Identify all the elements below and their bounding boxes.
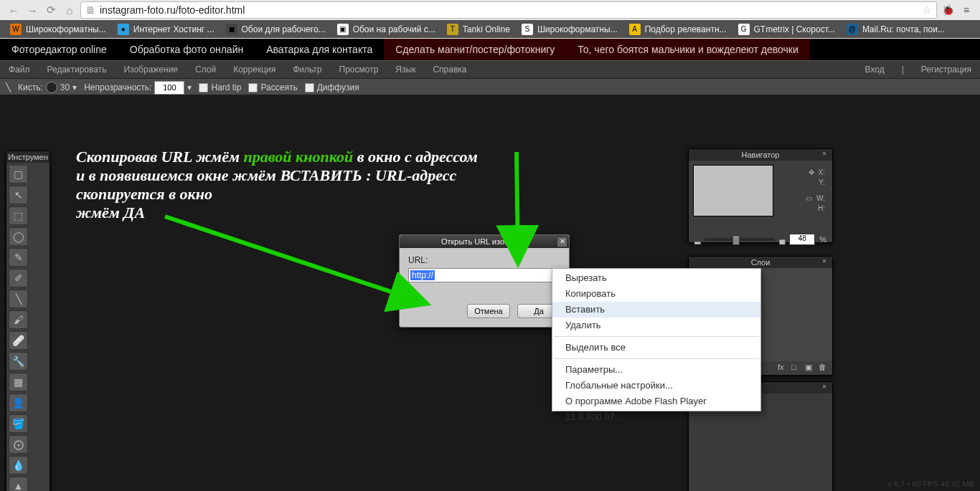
bookmark-star-icon[interactable]: ☆	[923, 4, 932, 16]
tool-button[interactable]: 🩹	[9, 331, 28, 350]
close-icon[interactable]: ×	[822, 257, 831, 266]
url-value: http://	[410, 270, 435, 280]
site-tab[interactable]: Фоторедактор online	[0, 39, 118, 60]
page-icon: 🗎	[85, 4, 95, 16]
panel-title: Навигатор	[742, 151, 780, 159]
context-menu-item[interactable]: Вставить	[552, 302, 760, 318]
menu-image[interactable]: Изображение	[115, 65, 187, 75]
tool-button[interactable]: ✐	[9, 269, 28, 287]
reload-button[interactable]: ⟳	[43, 2, 59, 18]
trash-icon[interactable]: 🗑	[819, 363, 828, 372]
panel-title: Инструмен	[8, 153, 48, 161]
context-menu: ВырезатьКопироватьВставитьУдалитьВыделит…	[552, 268, 761, 411]
tools-panel: Инструмен ▢↖⬚◯✎✐╲🖌🩹🔧▦👤🪣⨀💧▲◐✴🔍✋👁🔄⇔⬓🖉A	[6, 151, 50, 491]
home-button[interactable]: ⌂	[62, 2, 77, 18]
app-menu: Файл Редактировать Изображение Слой Корр…	[0, 60, 980, 79]
brush-preview-icon[interactable]	[46, 82, 57, 93]
zoom-pct: %	[819, 235, 826, 244]
tool-button[interactable]: ⬚	[9, 206, 28, 225]
url-text: instagram-foto.ru/foto-editor.html	[100, 4, 245, 16]
tool-button[interactable]: ▦	[9, 373, 28, 391]
context-menu-item[interactable]: Удалить	[552, 318, 760, 333]
bookmark-item[interactable]: ◼Обои для рабочего...	[220, 24, 331, 35]
tool-button[interactable]: ▢	[9, 165, 28, 183]
navigator-panel: Навигатор× ✥X: Y: ▭W: H: ▂ ▄ 48 %	[688, 148, 833, 243]
brush-tool-icon: ╲	[6, 82, 11, 92]
cancel-button[interactable]: Отмена	[467, 304, 510, 318]
close-icon[interactable]: ×	[822, 150, 831, 158]
bookmark-item[interactable]: @Mail.Ru: почта, пои...	[841, 24, 951, 35]
address-bar[interactable]: 🗎 instagram-foto.ru/foto-editor.html ☆	[80, 1, 937, 19]
forward-button[interactable]: →	[24, 2, 40, 18]
hardtip-check[interactable]: Hard tip	[199, 82, 241, 92]
url-label: URL:	[408, 255, 560, 265]
scatter-check[interactable]: Рассеять	[248, 82, 297, 92]
menu-filter[interactable]: Фильтр	[284, 65, 330, 75]
opacity-label: Непрозрачность:	[84, 82, 151, 92]
bookmark-item[interactable]: WШирокоформатны...	[4, 24, 112, 35]
bookmark-item[interactable]: GGTmetrix | Скорост...	[732, 24, 841, 35]
menu-edit[interactable]: Редактировать	[39, 65, 116, 75]
site-tab[interactable]: Сделать магнит/постер/фотокнигу	[384, 39, 566, 60]
menu-file[interactable]: Файл	[0, 65, 39, 75]
site-tab[interactable]: Обработка фото онлайн	[118, 39, 255, 60]
tool-button[interactable]: ⨀	[9, 435, 28, 454]
menu-view[interactable]: Просмотр	[331, 65, 387, 75]
diffuse-check[interactable]: Диффузия	[305, 82, 359, 92]
menu-layer[interactable]: Слой	[187, 65, 225, 75]
open-url-dialog: Открыть URL изображе✕ URL: http:// Отмен…	[399, 234, 570, 328]
brush-label: Кисть:	[18, 82, 43, 92]
tool-button[interactable]: ╲	[9, 290, 28, 308]
bookmark-item[interactable]: ●Интернет Хостинг ...	[112, 24, 220, 35]
tool-button[interactable]: ▲	[9, 477, 28, 491]
mask-icon[interactable]: □	[791, 363, 801, 372]
zoom-value[interactable]: 48	[789, 234, 815, 245]
zoom-in-icon[interactable]: ▄	[779, 235, 785, 244]
tool-button[interactable]: 👤	[9, 394, 28, 412]
tool-button[interactable]: 🖌	[9, 310, 28, 329]
caret-down-icon[interactable]: ▾	[72, 82, 77, 92]
new-layer-icon[interactable]: ▣	[805, 363, 814, 372]
fx-icon[interactable]: fx	[778, 363, 787, 372]
tool-button[interactable]: 🪣	[9, 414, 28, 433]
tool-button[interactable]: 🔧	[9, 352, 28, 371]
back-button[interactable]: ←	[6, 2, 22, 18]
brush-size[interactable]: 30	[60, 82, 70, 92]
menu-help[interactable]: Справка	[424, 65, 475, 75]
context-menu-item[interactable]: Копировать	[552, 286, 760, 302]
sep: |	[893, 65, 913, 75]
url-input[interactable]: http://	[408, 268, 560, 282]
zoom-slider[interactable]	[705, 238, 775, 241]
context-menu-item[interactable]: Выделить все	[552, 340, 760, 356]
context-menu-item[interactable]: Глобальные настройки...	[552, 378, 760, 394]
bookmark-item[interactable]: AПодбор релевантн...	[623, 24, 732, 35]
site-tab[interactable]: Аватарка для контакта	[255, 39, 384, 60]
dialog-title: Открыть URL изображе	[441, 237, 527, 246]
menu-lang[interactable]: Язык	[387, 65, 424, 75]
context-menu-item[interactable]: Вырезать	[552, 270, 760, 286]
tool-button[interactable]: 💧	[9, 456, 28, 475]
close-icon[interactable]: ✕	[557, 237, 567, 247]
site-tab[interactable]: То, чего боятся мальчики и вожделеют дев…	[566, 39, 809, 60]
caret-down-icon[interactable]: ▾	[187, 82, 192, 92]
instruction-overlay: Скопировав URL жмём правой кнопкой в окн…	[76, 148, 478, 222]
context-menu-item[interactable]: О программе Adobe Flash Player 11.8.800.…	[552, 394, 760, 409]
bookmark-item[interactable]: ▣Обои на рабочий с...	[331, 24, 441, 35]
extension-icon[interactable]: 🐞	[940, 2, 956, 18]
svg-line-0	[165, 216, 423, 302]
tool-button[interactable]: ↖	[9, 186, 28, 204]
zoom-out-icon[interactable]: ▂	[694, 235, 700, 244]
register-link[interactable]: Регистрация	[913, 65, 980, 75]
menu-icon[interactable]: ≡	[958, 2, 974, 18]
bookmark-item[interactable]: SШирокоформатны...	[516, 24, 623, 35]
menu-adjust[interactable]: Коррекция	[225, 65, 284, 75]
tool-button[interactable]: ◯	[9, 227, 28, 246]
opacity-input[interactable]	[154, 81, 184, 95]
close-icon[interactable]: ×	[822, 383, 831, 391]
tool-button[interactable]: ✎	[9, 248, 28, 267]
context-menu-item[interactable]: Параметры...	[552, 362, 760, 378]
login-link[interactable]: Вход	[857, 65, 893, 75]
nav-preview[interactable]	[693, 165, 773, 216]
status-text: v 6.7 • 60 FPS 49.92 MB	[887, 480, 974, 488]
bookmark-item[interactable]: TTanki Online	[441, 24, 516, 35]
